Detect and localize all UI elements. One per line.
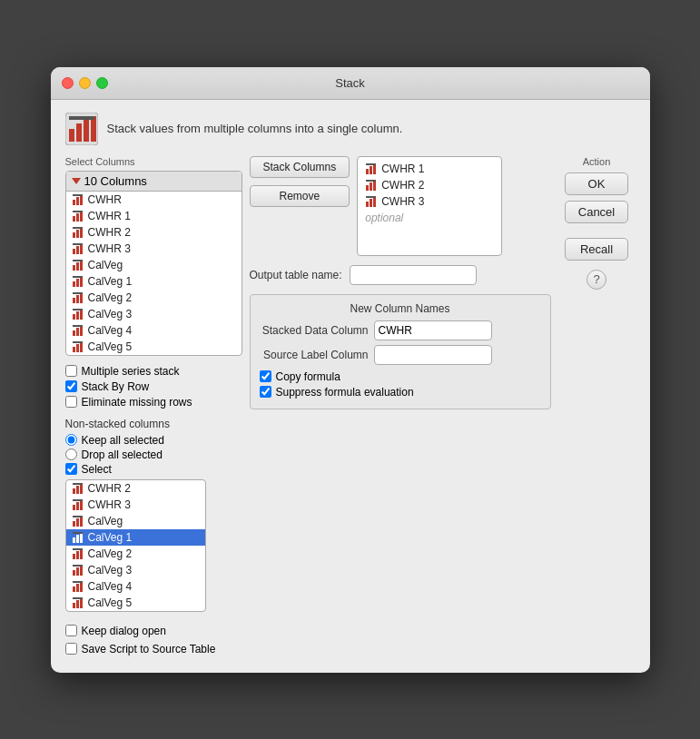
remove-button[interactable]: Remove	[250, 185, 350, 207]
left-panel: Select Columns 10 Columns CWHR CWHR 1	[65, 156, 242, 612]
checkboxes-section: Multiple series stack Stack By Row Elimi…	[65, 365, 242, 409]
svg-rect-83	[370, 182, 372, 191]
columns-count: 10 Columns	[84, 174, 147, 188]
keep-dialog-checkbox[interactable]	[65, 625, 77, 636]
svg-rect-26	[73, 281, 75, 287]
maximize-button[interactable]	[96, 77, 108, 89]
eliminate-missing-checkbox[interactable]	[65, 396, 77, 408]
svg-rect-7	[76, 197, 79, 205]
column-list-item[interactable]: CalVeg 2	[66, 290, 242, 306]
new-col-names-title: New Column Names	[260, 302, 541, 315]
svg-rect-62	[73, 554, 75, 559]
svg-rect-8	[80, 195, 83, 205]
source-label-label: Source Label Column	[260, 349, 369, 361]
svg-rect-10	[73, 216, 75, 222]
stack-columns-button[interactable]: Stack Columns	[250, 156, 350, 178]
svg-rect-61	[73, 532, 83, 534]
svg-rect-44	[80, 342, 83, 352]
svg-rect-14	[73, 232, 75, 238]
select-label: Select	[82, 463, 112, 476]
svg-rect-43	[76, 344, 79, 352]
nonstacked-list-item[interactable]: CWHR 3	[66, 497, 205, 513]
recall-button[interactable]: Recall	[565, 238, 628, 261]
app-icon	[65, 113, 98, 145]
nonstacked-list-item[interactable]: CalVeg 1	[66, 529, 205, 546]
stack-by-row-checkbox[interactable]	[65, 380, 77, 392]
drop-all-radio[interactable]	[65, 448, 77, 460]
output-input[interactable]	[350, 265, 477, 285]
columns-list[interactable]: CWHR CWHR 1 CWHR 2 CWHR 3 CalVeg CalVeg …	[66, 192, 242, 355]
svg-rect-48	[80, 484, 83, 494]
svg-rect-85	[366, 180, 376, 182]
column-list-item[interactable]: CalVeg 4	[66, 322, 242, 339]
multiple-series-label: Multiple series stack	[82, 365, 180, 378]
column-list-item[interactable]: CalVeg 1	[66, 273, 242, 290]
nonstacked-list-item[interactable]: CWHR 2	[66, 480, 205, 497]
close-button[interactable]	[62, 77, 74, 89]
multiple-series-checkbox[interactable]	[65, 365, 77, 377]
cancel-button[interactable]: Cancel	[565, 201, 628, 223]
svg-rect-74	[73, 603, 75, 608]
nonstacked-list-item[interactable]: CalVeg 4	[66, 578, 205, 595]
svg-rect-45	[73, 341, 83, 343]
copy-formula-label: Copy formula	[276, 370, 340, 383]
nonstacked-label: Non-stacked columns	[65, 418, 242, 430]
minimize-button[interactable]	[79, 77, 91, 89]
source-label-row: Source Label Column	[260, 345, 541, 365]
stacked-data-input2[interactable]	[374, 320, 492, 340]
keep-dialog-row: Keep dialog open	[65, 625, 636, 637]
content-area: Stack values from multiple columns into …	[51, 100, 650, 673]
svg-rect-32	[80, 293, 83, 303]
column-list-item[interactable]: CWHR 1	[66, 208, 242, 224]
source-label-input2[interactable]	[374, 345, 492, 365]
output-row: Output table name:	[250, 265, 551, 285]
svg-rect-3	[84, 120, 89, 142]
nonstacked-list-item[interactable]: CalVeg 5	[66, 595, 205, 611]
column-list-item[interactable]: CWHR 2	[66, 224, 242, 241]
keep-all-row: Keep all selected	[65, 434, 242, 447]
svg-rect-86	[366, 202, 369, 207]
window-title: Stack	[335, 76, 365, 90]
keep-all-label: Keep all selected	[82, 434, 164, 447]
svg-rect-67	[76, 567, 79, 576]
svg-rect-17	[73, 227, 83, 229]
selected-col-item: CWHR 1	[358, 161, 501, 177]
svg-rect-23	[76, 262, 79, 271]
svg-rect-55	[76, 518, 79, 527]
save-script-checkbox[interactable]	[65, 643, 77, 655]
keep-all-radio[interactable]	[65, 434, 77, 446]
nonstacked-list[interactable]: CWHR 2 CWHR 3 CalVeg CalVeg 1 CalVeg 2 C…	[65, 479, 206, 612]
svg-rect-34	[73, 314, 75, 320]
column-list-item[interactable]: CWHR	[66, 192, 242, 208]
svg-rect-12	[80, 212, 83, 222]
svg-rect-58	[73, 537, 75, 543]
column-list-item[interactable]: CWHR 3	[66, 241, 242, 257]
svg-rect-89	[366, 196, 376, 198]
column-list-item[interactable]: CalVeg	[66, 257, 242, 273]
svg-rect-77	[73, 597, 83, 599]
nonstacked-list-item[interactable]: CalVeg	[66, 513, 205, 529]
ok-button[interactable]: OK	[565, 172, 628, 195]
svg-rect-15	[76, 230, 79, 238]
svg-rect-73	[73, 581, 83, 583]
column-list-item[interactable]: CalVeg 3	[66, 306, 242, 322]
columns-header[interactable]: 10 Columns	[66, 172, 242, 192]
svg-rect-63	[76, 551, 79, 559]
svg-rect-30	[73, 298, 75, 303]
svg-rect-22	[73, 265, 75, 271]
svg-rect-57	[73, 516, 83, 517]
nonstacked-list-item[interactable]: CalVeg 2	[66, 546, 205, 562]
svg-rect-20	[80, 244, 83, 254]
select-checkbox[interactable]	[65, 463, 77, 475]
column-list-item[interactable]: CalVeg 5	[66, 339, 242, 355]
suppress-formula-checkbox[interactable]	[260, 386, 271, 398]
help-button[interactable]: ?	[587, 270, 606, 290]
selected-columns-box2: CWHR 1 CWHR 2 CWHR 3optional	[357, 156, 502, 256]
expand-icon	[72, 178, 81, 184]
nonstacked-list-item[interactable]: CalVeg 3	[66, 562, 205, 578]
selected-col-item: CWHR 2	[358, 177, 501, 193]
copy-formula-checkbox[interactable]	[260, 370, 271, 382]
svg-rect-52	[80, 500, 83, 510]
svg-rect-27	[76, 279, 79, 287]
svg-rect-75	[76, 600, 79, 608]
